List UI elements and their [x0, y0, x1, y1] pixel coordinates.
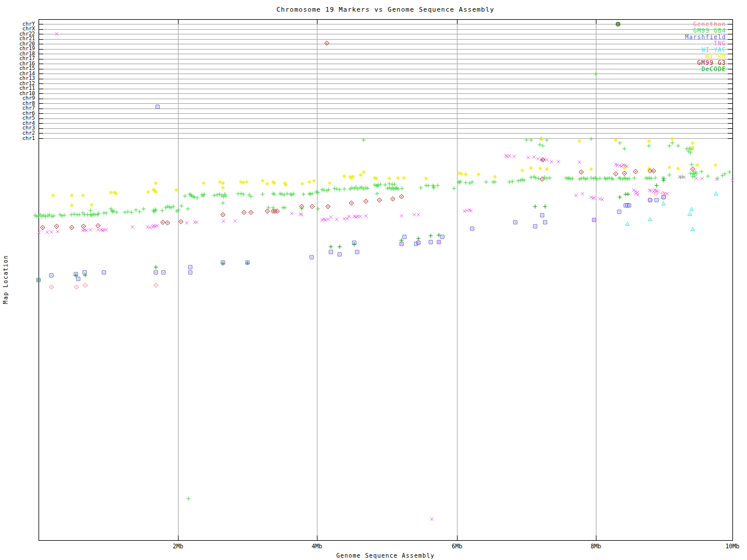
legend-label: Genethon: [693, 22, 726, 27]
series-tng: [37, 32, 734, 521]
x-tick-label-6Mb: 6Mb: [439, 544, 474, 550]
legend-item-gm99-gb4: GM99 GB4: [607, 27, 726, 34]
legend-label: Marshfield: [685, 34, 726, 40]
legend-item-marshfield: Marshfield: [607, 34, 726, 40]
plus-marker-icon: [614, 21, 622, 27]
legend-label: GM99 GB4: [693, 28, 726, 34]
legend-item-genethon: Genethon: [607, 21, 726, 27]
legend-label: DeCODE: [701, 66, 726, 72]
legend-item-decode: DeCODE: [607, 66, 726, 72]
gridlines: [39, 19, 732, 540]
x-tick-label-4Mb: 4Mb: [299, 544, 334, 550]
series-wi-yac: [626, 192, 718, 231]
legend-item-gm99-g3: GM99 G3: [607, 60, 726, 66]
axis-ticks: [39, 19, 733, 540]
legend-item-wi-yac: WI YAC: [607, 47, 726, 53]
legend-label: WI RH: [706, 54, 726, 60]
legend-item-tng: TNG: [607, 40, 726, 47]
scatter-plot-area: [0, 0, 747, 560]
plot-legend: GenethonGM99 GB4MarshfieldTNGWI YACWI RH…: [607, 21, 726, 72]
legend-item-wi-rh: WI RH: [607, 53, 726, 60]
legend-label: TNG: [714, 41, 726, 47]
legend-label: WI YAC: [701, 47, 726, 53]
x-tick-label-2Mb: 2Mb: [160, 544, 196, 550]
chart-canvas: Chromosome 19 Markers vs Genome Sequence…: [0, 0, 747, 560]
series-gm99-gb4: [33, 72, 732, 501]
series-decode: [37, 178, 666, 282]
series-genethon: [49, 191, 666, 289]
series-marshfield: [37, 105, 665, 282]
plot-border: [39, 20, 733, 541]
series-wi-rh: [51, 137, 718, 208]
y-tick-label-chr1: chr1: [0, 136, 35, 141]
x-tick-label-10Mb: 10Mb: [715, 544, 747, 550]
x-tick-label-8Mb: 8Mb: [578, 544, 613, 550]
legend-label: GM99 G3: [697, 60, 726, 66]
